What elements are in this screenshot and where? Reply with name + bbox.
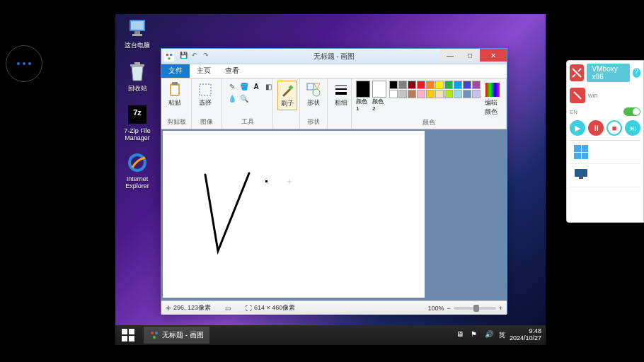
more-options-button[interactable] — [6, 45, 42, 82]
svg-rect-35 — [579, 177, 583, 179]
palette-color[interactable] — [435, 90, 444, 98]
qat-undo-icon[interactable]: ↶ — [190, 52, 200, 62]
palette-color[interactable] — [454, 90, 462, 98]
vm-app-icon[interactable] — [570, 64, 584, 81]
palette-color[interactable] — [389, 90, 398, 98]
magnifier-tool[interactable]: 🔍 — [238, 93, 250, 104]
zoom-out-button[interactable]: − — [447, 305, 450, 312]
group-tools-label: 工具 — [226, 117, 268, 127]
tray-flag-icon[interactable]: ⚑ — [471, 330, 481, 340]
group-colors-label: 颜色 — [356, 118, 502, 127]
ie-icon — [126, 151, 149, 174]
taskbar-paint-item[interactable]: 无标题 - 画图 — [144, 327, 209, 344]
vm-list-monitor[interactable] — [570, 164, 640, 187]
status-bar: ✛ 296, 123像素 ▭ ⛶ 614 × 460像素 100% − + — [161, 300, 507, 315]
extra-button[interactable]: ⏯ — [625, 120, 640, 136]
palette-color[interactable] — [426, 90, 435, 98]
group-image-label: 图像 — [196, 117, 217, 127]
color-picker-tool[interactable]: 💧 — [226, 93, 238, 104]
close-button[interactable]: ✕ — [480, 49, 507, 62]
selection-icon: ▭ — [225, 305, 231, 312]
vm-secondary-icon[interactable] — [570, 88, 585, 103]
color-2-label: 颜色 2 — [372, 98, 386, 112]
brushes-button[interactable]: 刷子 — [277, 81, 297, 110]
palette-color[interactable] — [444, 90, 453, 98]
svg-point-32 — [155, 332, 158, 334]
help-icon[interactable]: ? — [633, 68, 640, 78]
tab-view[interactable]: 查看 — [218, 64, 246, 78]
palette-color[interactable] — [417, 81, 425, 89]
crosshair-icon: ✛ — [166, 305, 171, 312]
palette-color[interactable] — [472, 81, 481, 89]
zoom-in-button[interactable]: + — [499, 305, 502, 312]
svg-rect-15 — [172, 82, 178, 85]
size-label: 粗细 — [335, 98, 347, 107]
palette-color[interactable] — [472, 90, 481, 98]
vm-list-windows[interactable] — [570, 141, 640, 164]
edit-colors-button[interactable]: 编辑颜色 — [483, 81, 502, 118]
palette-color[interactable] — [408, 90, 416, 98]
tray-volume-icon[interactable]: 🔊 — [485, 330, 495, 340]
ribbon-tabs: 文件 主页 查看 — [161, 64, 507, 78]
svg-rect-30 — [129, 336, 134, 341]
desktop-icon-7zip[interactable]: 7z 7-Zip File Manager — [120, 103, 155, 141]
pause-button[interactable]: ⏸ — [588, 120, 604, 136]
palette-color[interactable] — [454, 81, 462, 89]
fill-tool[interactable]: 🪣 — [238, 81, 250, 92]
language-toggle[interactable] — [623, 107, 640, 116]
svg-rect-2 — [134, 31, 140, 34]
recycle-bin-icon — [126, 60, 149, 83]
eraser-tool[interactable]: ◧ — [263, 81, 274, 92]
text-tool[interactable]: A — [251, 81, 262, 92]
palette-color[interactable] — [463, 90, 471, 98]
group-shapes-label: 形状 — [304, 117, 323, 127]
palette-color[interactable] — [398, 81, 407, 89]
drawing-canvas[interactable] — [163, 131, 425, 298]
qat-redo-icon[interactable]: ↷ — [201, 52, 211, 62]
select-label: 选择 — [199, 98, 212, 107]
qat-save-icon[interactable]: 💾 — [178, 52, 188, 62]
palette-color[interactable] — [408, 81, 416, 89]
window-title: 无标题 - 画图 — [314, 52, 355, 62]
ime-indicator[interactable]: 英 — [499, 331, 505, 340]
titlebar[interactable]: 💾 ↶ ↷ 无标题 - 画图 ? — □ ✕ — [161, 49, 507, 64]
shapes-button[interactable]: 形状 — [304, 81, 323, 109]
svg-rect-16 — [200, 84, 211, 95]
color-1-box[interactable] — [356, 81, 370, 98]
svg-rect-34 — [575, 169, 587, 177]
shapes-label: 形状 — [307, 98, 320, 107]
palette-color[interactable] — [463, 81, 471, 89]
maximize-button[interactable]: □ — [460, 49, 480, 62]
paint-window: 💾 ↶ ↷ 无标题 - 画图 ? — □ ✕ 文件 主页 查看 粘贴 — [161, 48, 507, 314]
zoom-slider[interactable] — [454, 307, 496, 310]
palette-color[interactable] — [426, 81, 435, 89]
desktop-icon-ie[interactable]: Internet Explorer — [120, 151, 155, 189]
pencil-tool[interactable]: ✎ — [226, 81, 238, 92]
computer-icon — [126, 17, 149, 40]
paste-button[interactable]: 粘贴 — [166, 81, 184, 109]
canvas-scroll-area[interactable] — [161, 129, 507, 300]
clipboard-icon — [167, 82, 183, 98]
palette-color[interactable] — [444, 81, 453, 89]
color-2-box[interactable] — [372, 81, 386, 98]
minimize-button[interactable]: — — [440, 49, 460, 62]
svg-rect-28 — [129, 329, 134, 334]
select-icon — [197, 82, 213, 98]
select-button[interactable]: 选择 — [196, 81, 214, 109]
canvas-drawing — [163, 131, 425, 298]
system-tray: 🖥 ⚑ 🔊 英 9:48 2024/10/27 — [456, 328, 546, 342]
size-button[interactable]: 粗细 — [332, 81, 350, 109]
stop-button[interactable]: ■ — [606, 120, 622, 136]
palette-color[interactable] — [398, 90, 407, 98]
tab-home[interactable]: 主页 — [190, 64, 218, 78]
palette-color[interactable] — [435, 81, 444, 89]
start-button[interactable] — [115, 325, 141, 345]
desktop-icon-this-pc[interactable]: 这台电脑 — [120, 17, 155, 50]
play-button[interactable]: ▶ — [570, 120, 585, 136]
taskbar-clock[interactable]: 9:48 2024/10/27 — [510, 328, 541, 342]
palette-color[interactable] — [389, 81, 398, 89]
palette-color[interactable] — [417, 90, 425, 98]
tray-network-icon[interactable]: 🖥 — [456, 330, 466, 340]
tab-file[interactable]: 文件 — [161, 64, 190, 78]
desktop-icon-recycle-bin[interactable]: 回收站 — [120, 60, 155, 93]
